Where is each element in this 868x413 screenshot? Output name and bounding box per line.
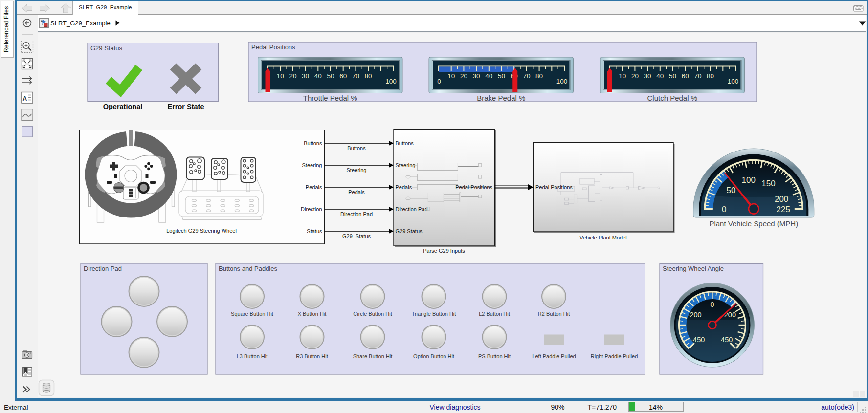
svg-text:20: 20	[460, 72, 467, 80]
svg-text:Logitech G29 Steering Wheel: Logitech G29 Steering Wheel	[166, 228, 237, 234]
svg-text:-450: -450	[690, 336, 705, 344]
svg-text:Pedals: Pedals	[396, 184, 412, 190]
svg-text:Steering: Steering	[347, 167, 367, 173]
svg-text:100: 100	[556, 78, 568, 85]
svg-text:Clutch Pedal %: Clutch Pedal %	[647, 94, 697, 102]
svg-text:Pedals: Pedals	[306, 184, 322, 190]
svg-text:Steering: Steering	[302, 162, 322, 168]
svg-text:PS Button Hit: PS Button Hit	[478, 353, 511, 359]
svg-text:80: 80	[535, 72, 543, 80]
svg-text:Circle Button Hit: Circle Button Hit	[353, 311, 392, 317]
svg-text:Pedal Positions: Pedal Positions	[455, 184, 492, 190]
svg-text:30: 30	[644, 72, 651, 80]
svg-text:Square Button Hit: Square Button Hit	[231, 311, 273, 317]
svg-text:100: 100	[742, 175, 756, 185]
svg-text:Brake Pedal %: Brake Pedal %	[477, 94, 525, 102]
svg-text:100: 100	[385, 78, 397, 85]
svg-text:10: 10	[447, 72, 455, 80]
svg-text:Throttle Pedal %: Throttle Pedal %	[303, 94, 357, 102]
svg-text:Vehicle Plant Model: Vehicle Plant Model	[579, 235, 627, 240]
svg-text:50: 50	[726, 186, 735, 195]
svg-text:10: 10	[277, 72, 284, 80]
svg-text:-200: -200	[688, 311, 702, 319]
svg-text:0: 0	[710, 301, 714, 308]
svg-text:20: 20	[289, 72, 296, 80]
svg-text:80: 80	[365, 72, 372, 80]
svg-text:Right Paddle Pulled: Right Paddle Pulled	[591, 353, 638, 359]
svg-text:40: 40	[485, 72, 492, 80]
svg-text:Operational: Operational	[103, 103, 143, 110]
svg-text:Buttons: Buttons	[396, 140, 414, 146]
svg-text:20: 20	[631, 72, 639, 80]
svg-text:Error State: Error State	[168, 103, 204, 110]
svg-text:100: 100	[728, 78, 739, 85]
svg-text:0: 0	[437, 78, 441, 85]
svg-text:200: 200	[775, 195, 788, 204]
svg-text:Direction: Direction	[301, 206, 322, 212]
svg-text:150: 150	[761, 179, 775, 188]
svg-text:Direction Pad: Direction Pad	[396, 206, 428, 212]
svg-text:R2 Button Hit: R2 Button Hit	[538, 311, 570, 317]
svg-text:Buttons: Buttons	[304, 140, 322, 146]
svg-text:X Button Hit: X Button Hit	[298, 311, 327, 317]
svg-text:Triangle Button Hit: Triangle Button Hit	[412, 311, 456, 317]
svg-text:450: 450	[721, 336, 733, 344]
svg-text:Status: Status	[307, 228, 322, 234]
svg-text:70: 70	[352, 72, 359, 80]
svg-text:A: A	[23, 95, 27, 102]
svg-text:Option Button Hit: Option Button Hit	[413, 353, 454, 359]
svg-text:Parse G29 Inputs: Parse G29 Inputs	[423, 248, 465, 254]
svg-text:Share Button Hit: Share Button Hit	[353, 353, 393, 359]
svg-text:50: 50	[498, 72, 505, 80]
svg-text:40: 40	[656, 72, 664, 80]
svg-text:G29 Status: G29 Status	[90, 44, 123, 52]
svg-text:Buttons and Paddles: Buttons and Paddles	[219, 265, 277, 272]
svg-text:G29 Status: G29 Status	[396, 228, 423, 234]
svg-text:G29_Status: G29_Status	[342, 233, 371, 239]
svg-text:L3 Button Hit: L3 Button Hit	[237, 353, 268, 359]
svg-text:60: 60	[682, 72, 689, 80]
svg-text:Pedal Positions: Pedal Positions	[535, 184, 573, 190]
svg-text:L2 Button Hit: L2 Button Hit	[479, 311, 510, 317]
svg-text:80: 80	[707, 72, 714, 80]
svg-text:70: 70	[694, 72, 701, 80]
svg-text:10: 10	[619, 72, 626, 80]
svg-text:Pedal Positions: Pedal Positions	[251, 43, 295, 51]
svg-text:Buttons: Buttons	[347, 145, 366, 151]
svg-text:Steering Wheel Angle: Steering Wheel Angle	[663, 265, 724, 272]
svg-text:R3 Button Hit: R3 Button Hit	[296, 353, 328, 359]
svg-text:Plant Vehicle Speed (MPH): Plant Vehicle Speed (MPH)	[709, 219, 798, 228]
svg-text:225: 225	[777, 205, 790, 214]
svg-text:30: 30	[302, 72, 309, 80]
svg-text:70: 70	[523, 72, 530, 80]
svg-text:50: 50	[327, 72, 334, 80]
svg-text:Left Paddle Pulled: Left Paddle Pulled	[532, 353, 576, 359]
svg-text:Pedals: Pedals	[348, 189, 365, 195]
svg-text:40: 40	[314, 72, 322, 80]
svg-text:Direction Pad: Direction Pad	[84, 265, 122, 272]
svg-text:Direction Pad: Direction Pad	[340, 211, 373, 217]
svg-text:50: 50	[669, 72, 676, 80]
svg-text:0: 0	[722, 205, 726, 214]
svg-text:30: 30	[473, 72, 480, 80]
svg-text:60: 60	[339, 72, 347, 80]
